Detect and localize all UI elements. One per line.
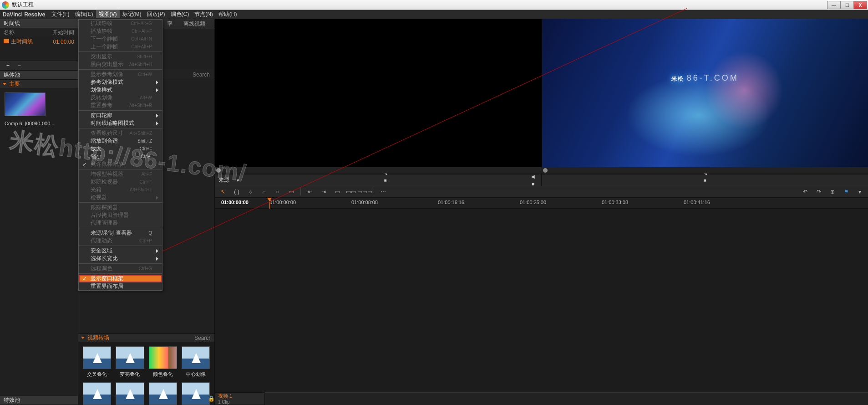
menu-item-影院检视器: 影院检视器Ctrl+F	[79, 178, 162, 186]
overwrite-clip[interactable]: ⇥	[319, 188, 328, 196]
fx-item[interactable]: 中心划像	[182, 346, 210, 378]
menu-文件(F)[interactable]: 文件(F)	[49, 10, 72, 18]
scrub-handle[interactable]	[216, 168, 221, 173]
menu-item-label: 重置界面布局	[91, 282, 123, 290]
menu-item-选择长宽比[interactable]: 选择长宽比	[79, 255, 162, 262]
menu-item-安全区域[interactable]: 安全区域	[79, 247, 162, 255]
flag-dropdown[interactable]: ▾	[855, 188, 864, 196]
trim-tool[interactable]: ( )	[232, 188, 241, 196]
remove-timeline-button[interactable]: −	[18, 62, 21, 69]
add-timeline-button[interactable]: +	[6, 62, 10, 69]
app-name: DaVinci Resolve	[3, 11, 45, 18]
fx-item[interactable]	[149, 382, 177, 405]
marker-tool[interactable]: ▭	[287, 188, 296, 196]
menu-separator	[79, 128, 162, 128]
menu-节点(N)[interactable]: 节点(N)	[192, 10, 216, 18]
menu-item-时间线缩略图模式[interactable]: 时间线缩略图模式	[79, 119, 162, 127]
col-name: 名称	[4, 29, 15, 36]
window-minimize-button[interactable]: —	[827, 1, 841, 9]
chevron-right-icon	[156, 122, 158, 125]
razor-tool[interactable]: ⎀	[246, 188, 255, 196]
undo-button[interactable]: ↶	[801, 188, 810, 196]
fx-thumbnail	[182, 346, 210, 369]
timeline-body[interactable]: 🔒 视频 1 1 Clip ▣	[215, 209, 868, 405]
redo-button[interactable]: ↷	[814, 188, 823, 196]
media-pool-group[interactable]: 主要	[0, 80, 78, 88]
menu-item-缩放到合适[interactable]: 缩放到合适Shift+Z	[79, 137, 162, 145]
menu-标记(M)[interactable]: 标记(M)	[120, 10, 144, 18]
fx-group-header[interactable]: 视频转场 Search	[78, 333, 214, 342]
menu-item-重置参考: 重置参考Alt+Shift+R	[79, 102, 162, 109]
menu-调色(C)[interactable]: 调色(C)	[168, 10, 192, 18]
timeline-ruler[interactable]: 01:00:00:00 01:00:00:0001:00:08:0801:00:…	[215, 198, 868, 209]
menu-item-划像样式[interactable]: 划像样式	[79, 86, 162, 94]
program-scrub[interactable]	[542, 167, 868, 174]
track-header[interactable]: 🔒 视频 1 1 Clip ▣	[215, 392, 265, 405]
program-image	[542, 19, 868, 167]
program-canvas[interactable]: 米松86-T.COM	[542, 19, 868, 167]
fit-to-fill[interactable]: ▭▭	[346, 188, 355, 196]
menu-视图(V)[interactable]: 视图(V)	[96, 10, 120, 18]
menu-item-参考划像模式[interactable]: 参考划像模式	[79, 78, 162, 86]
tab-offline[interactable]: 离线视频	[183, 20, 205, 28]
step-back[interactable]: ◀	[528, 173, 538, 180]
menu-separator	[79, 169, 162, 169]
fx-item[interactable]	[83, 382, 111, 405]
menu-item-label: 远程调色	[91, 265, 112, 272]
menu-item-放大[interactable]: 放大Ctrl+=	[79, 145, 162, 153]
media-clip[interactable]: Comp 6_[00090-000...	[0, 88, 78, 126]
window-close-button[interactable]: X	[853, 1, 867, 9]
fx-item[interactable]	[182, 382, 210, 405]
link-tool[interactable]: ○	[273, 188, 282, 196]
append-clip[interactable]: ▭▭▭	[360, 188, 369, 196]
insert-tool[interactable]: ⌐	[259, 188, 269, 196]
replace-clip[interactable]: ▭	[333, 188, 342, 196]
fx-item[interactable]: 交叉叠化	[83, 346, 111, 378]
menu-item-来源/录制 查看器[interactable]: 来源/录制 查看器Q	[79, 229, 162, 237]
fx-label: 中心划像	[182, 371, 210, 378]
menu-item-缩小[interactable]: 缩小Ctrl+-	[79, 153, 162, 160]
viewers: 00:00:00:01 主时间线 01:00:00:00 米松86-T.COM	[215, 19, 868, 174]
fx-item[interactable]	[116, 382, 144, 405]
tab-rate[interactable]: 率	[167, 20, 173, 28]
flag-button[interactable]: ⚑	[842, 188, 851, 196]
selection-tool[interactable]: ↖	[218, 188, 228, 196]
menu-编辑(E)[interactable]: 编辑(E)	[72, 10, 96, 18]
menu-item-反转划像: 反转划像Alt+W	[79, 94, 162, 102]
menu-item-label: 跟踪探测器	[91, 204, 118, 211]
fx-label: 颜色叠化	[149, 371, 177, 378]
fx-item[interactable]: 变亮叠化	[116, 346, 144, 378]
menu-item-显示窗口框架[interactable]: ✓显示窗口框架	[79, 275, 162, 282]
ruler-main-tc: 01:00:00:00	[221, 200, 249, 205]
stop[interactable]: ■	[700, 177, 710, 184]
stop[interactable]: ■	[381, 177, 390, 184]
menu-item-label: 下一个静帧	[91, 35, 118, 43]
source-canvas[interactable]	[215, 19, 542, 167]
source-scrub[interactable]	[215, 167, 542, 174]
menu-item-label: 缩小	[91, 153, 102, 160]
fx-search[interactable]: Search	[194, 335, 212, 341]
chevron-right-icon	[156, 88, 158, 92]
menu-item-远程调色: 远程调色Ctrl+G	[79, 265, 162, 272]
insert-clip[interactable]: ⇤	[305, 188, 315, 196]
menu-shortcut: Alt+Shift+H	[129, 62, 152, 67]
menu-item-label: 来源/录制 查看器	[91, 229, 132, 237]
zoom-button[interactable]: ⊕	[828, 188, 837, 196]
track-lane[interactable]	[265, 392, 868, 405]
lock-icon[interactable]: 🔒	[208, 395, 215, 402]
menu-帮助(H)[interactable]: 帮助(H)	[216, 10, 240, 18]
more-edit-tools[interactable]: ⋯	[379, 188, 388, 196]
media-pool-header: 媒体池	[0, 71, 78, 80]
fx-thumbnail	[116, 346, 144, 369]
menu-回放(P)[interactable]: 回放(P)	[144, 10, 168, 18]
toolbar-separator	[300, 188, 301, 195]
window-maximize-button[interactable]: ☐	[840, 1, 854, 9]
fx-item[interactable]: 颜色叠化	[149, 346, 177, 378]
timeline-row[interactable]: 主时间线 01:00:00	[0, 36, 78, 47]
menu-item-窗口轮廓[interactable]: 窗口轮廓	[79, 112, 162, 119]
menu-item-重置界面布局[interactable]: 重置界面布局	[79, 282, 162, 290]
scrub-handle[interactable]	[543, 168, 548, 173]
playhead[interactable]	[269, 198, 270, 209]
media-clip-label: Comp 6_[00090-000...	[0, 121, 78, 126]
source-dropdown-icon[interactable]: ▾	[233, 177, 242, 184]
